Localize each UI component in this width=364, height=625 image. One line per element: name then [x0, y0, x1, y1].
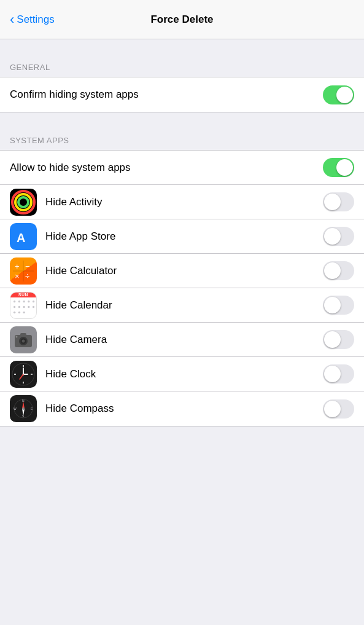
general-section-table: Confirm hiding system apps — [0, 77, 364, 112]
confirm-hiding-toggle-thumb — [336, 87, 353, 103]
svg-point-12 — [23, 301, 25, 302]
svg-point-15 — [14, 306, 15, 308]
hide-appstore-label: Hide App Store — [45, 230, 323, 243]
hide-clock-toggle-thumb — [324, 366, 341, 382]
hide-calculator-toggle-thumb — [324, 262, 341, 279]
camera-icon — [10, 326, 37, 353]
hide-camera-toggle[interactable] — [323, 330, 354, 349]
hide-calendar-label: Hide Calendar — [45, 299, 323, 312]
confirm-hiding-label: Confirm hiding system apps — [10, 88, 323, 101]
hide-camera-toggle-thumb — [324, 331, 341, 348]
svg-point-26 — [22, 339, 25, 342]
section-header-system-apps: SYSTEM APPS — [0, 125, 364, 150]
svg-point-22 — [23, 312, 25, 313]
row-hide-clock: Hide Clock — [0, 357, 364, 391]
row-hide-calendar: SUN — [0, 288, 364, 323]
svg-text:W: W — [14, 407, 17, 411]
row-hide-appstore: A Hide App Store — [0, 219, 364, 254]
back-button[interactable]: ‹ Settings — [10, 13, 55, 26]
hide-calculator-toggle[interactable] — [323, 261, 354, 280]
hide-compass-toggle-track — [323, 399, 354, 419]
hide-calendar-toggle[interactable] — [323, 296, 354, 315]
row-hide-camera: Hide Camera — [0, 323, 364, 357]
hide-camera-toggle-track — [323, 330, 354, 349]
svg-point-13 — [28, 301, 29, 302]
hide-appstore-toggle[interactable] — [323, 227, 354, 246]
svg-text:A: A — [17, 231, 25, 245]
svg-point-18 — [28, 306, 29, 308]
hide-calculator-label: Hide Calculator — [45, 265, 323, 277]
confirm-hiding-toggle-track — [323, 85, 354, 104]
calendar-header: SUN — [10, 293, 36, 298]
svg-text:×: × — [15, 272, 20, 281]
svg-point-28 — [16, 336, 18, 337]
svg-rect-27 — [20, 333, 26, 336]
svg-point-20 — [14, 312, 15, 313]
row-hide-compass: N S E W Hide Compass — [0, 391, 364, 426]
row-hide-activity: Hide Activity — [0, 185, 364, 219]
section-spacer — [0, 112, 364, 125]
allow-hide-toggle-track — [323, 158, 354, 177]
allow-hide-label: Allow to hide system apps — [10, 162, 323, 174]
calendar-icon: SUN — [10, 292, 37, 319]
calculator-icon: + − × ÷ — [10, 257, 37, 285]
hide-compass-toggle-thumb — [324, 401, 341, 417]
svg-point-47 — [22, 407, 25, 410]
svg-point-16 — [18, 306, 20, 308]
hide-activity-toggle[interactable] — [323, 192, 354, 211]
hide-activity-toggle-thumb — [324, 194, 341, 210]
back-chevron-icon: ‹ — [10, 13, 14, 26]
hide-clock-label: Hide Clock — [45, 368, 323, 380]
system-apps-section-table: Allow to hide system apps Hide Activity — [0, 150, 364, 426]
hide-activity-toggle-track — [323, 192, 354, 211]
row-confirm-hiding: Confirm hiding system apps — [0, 77, 364, 112]
hide-camera-label: Hide Camera — [45, 334, 323, 346]
svg-point-2 — [18, 197, 28, 207]
hide-calendar-toggle-track — [323, 296, 354, 315]
section-header-general: GENERAL — [0, 52, 364, 77]
calendar-body — [10, 297, 36, 318]
activity-icon — [10, 189, 37, 216]
page-title: Force Delete — [150, 14, 213, 26]
appstore-icon: A — [10, 223, 37, 250]
top-spacer — [0, 39, 364, 52]
hide-compass-label: Hide Compass — [45, 403, 323, 415]
svg-point-21 — [18, 312, 20, 313]
allow-hide-toggle[interactable] — [323, 158, 354, 177]
svg-text:−: − — [25, 262, 30, 271]
svg-point-17 — [23, 306, 25, 308]
clock-icon — [10, 361, 37, 388]
svg-point-10 — [14, 301, 15, 302]
row-hide-calculator: + − × ÷ Hide Calculator — [0, 254, 364, 288]
hide-clock-toggle-track — [323, 364, 354, 383]
hide-appstore-toggle-thumb — [324, 228, 341, 245]
back-label: Settings — [17, 14, 54, 26]
hide-calendar-toggle-thumb — [324, 297, 341, 313]
row-allow-hide: Allow to hide system apps — [0, 151, 364, 185]
confirm-hiding-toggle[interactable] — [323, 85, 354, 104]
allow-hide-toggle-thumb — [336, 159, 353, 176]
svg-text:+: + — [15, 262, 20, 271]
hide-appstore-toggle-track — [323, 227, 354, 246]
hide-clock-toggle[interactable] — [323, 364, 354, 383]
hide-calculator-toggle-track — [323, 261, 354, 280]
svg-point-11 — [18, 301, 20, 302]
navigation-bar: ‹ Settings Force Delete — [0, 0, 364, 39]
hide-compass-toggle[interactable] — [323, 399, 354, 419]
svg-point-14 — [33, 301, 34, 302]
svg-point-19 — [33, 306, 34, 308]
compass-icon: N S E W — [10, 395, 37, 422]
svg-text:÷: ÷ — [25, 272, 29, 281]
hide-activity-label: Hide Activity — [45, 196, 323, 208]
